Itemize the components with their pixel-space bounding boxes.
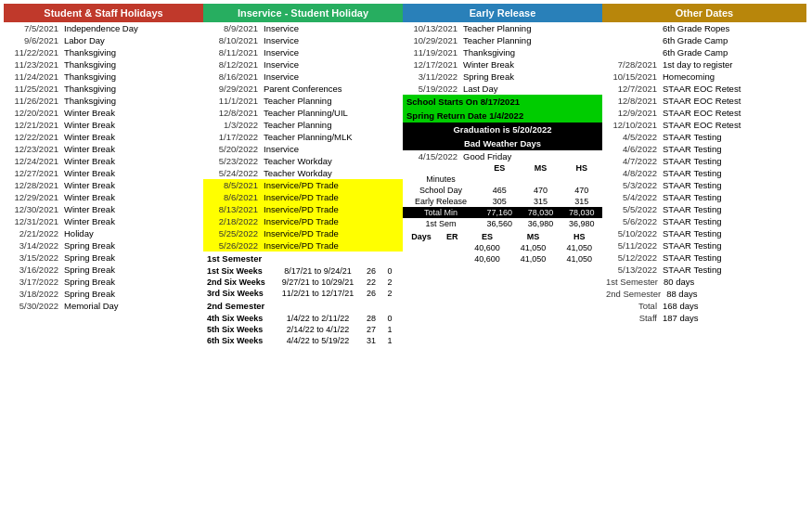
date-cell: 11/19/2021	[406, 47, 458, 58]
date-cell: 5/10/2022	[606, 228, 657, 239]
label-cell: 6th Grade Camp	[663, 35, 803, 45]
label-cell: Winter Break	[64, 192, 200, 202]
summary-label: 2nd Semester	[606, 289, 661, 299]
sw-dates: 11/2/21 to 12/17/21	[274, 289, 362, 298]
label-cell: STAAR Testing	[663, 192, 803, 202]
label-cell: Teacher Planning	[463, 23, 599, 33]
sw-dates: 1/4/22 to 2/11/22	[274, 314, 362, 323]
date-cell: 5/19/2022	[406, 84, 458, 94]
date-cell: 5/25/2022	[207, 228, 258, 239]
sw-dates: 4/4/22 to 5/19/22	[274, 336, 362, 345]
date-cell: 5/24/2022	[207, 168, 258, 178]
date-cell: 12/21/2021	[7, 120, 58, 130]
list-item: 5/30/2022Memorial Day	[4, 300, 203, 312]
table-cell	[520, 174, 561, 185]
minutes-table: ESMSHSMinutesSchool Day465470470Early Re…	[403, 162, 602, 229]
list-item: 12/8/2021STAAR EOC Retest	[602, 95, 806, 107]
label-cell: STAAR Testing	[663, 168, 803, 178]
label-cell: Spring Break	[64, 240, 200, 251]
list-item: 5/26/2022Inservice/PD Trade	[203, 239, 403, 252]
summary-row: 1st Semester80 days	[602, 276, 806, 288]
col1-header: Student & Staff Holidays	[4, 4, 203, 22]
list-item: 12/20/2021Winter Break	[4, 107, 203, 119]
col4-header: Other Dates	[602, 4, 806, 22]
sw-days: 26	[362, 289, 380, 298]
list-item: 11/25/2021Thanksgiving	[4, 83, 203, 95]
summary-value: 187 days	[663, 313, 803, 323]
label-cell: Inservice	[264, 59, 399, 70]
table-header-cell: MS	[520, 162, 561, 174]
label-cell: Teacher Planning/MLK	[264, 132, 399, 142]
label-cell: Inservice/PD Trade	[264, 228, 399, 239]
table-header-row: ESMSHS	[403, 162, 602, 174]
date-cell: 5/11/2022	[606, 240, 657, 251]
list-item: 4/7/2022STAAR Testing	[602, 155, 806, 167]
sem1-cell: 36,980	[561, 218, 602, 229]
sem-header-cell: MS	[510, 231, 557, 242]
table-cell: School Day	[403, 185, 479, 196]
six-weeks-item: 5th Six Weeks2/14/22 to 4/1/22271	[203, 324, 403, 335]
table-cell	[440, 242, 464, 253]
table-cell: 470	[561, 185, 602, 196]
school-starts-info: School Starts On 8/17/2021	[403, 95, 602, 109]
summary-value: 88 days	[666, 289, 803, 299]
list-item: 12/8/2021Teacher Planning/UIL	[203, 107, 403, 119]
list-item: 4/5/2022STAAR Testing	[602, 131, 806, 143]
main-container: Student & Staff Holidays 7/5/2021Indepen…	[0, 0, 812, 350]
list-item: 3/17/2022Spring Break	[4, 276, 203, 288]
label-cell: Winter Break	[64, 108, 200, 118]
sw-label: 5th Six Weeks	[207, 325, 274, 334]
date-cell	[606, 23, 657, 33]
date-cell: 4/5/2022	[606, 132, 657, 142]
bad-weather-row: 4/15/2022Good Friday	[403, 150, 602, 162]
list-item: 8/16/2021Inservice	[203, 71, 403, 83]
list-item: 2/21/2022Holiday	[4, 227, 203, 239]
date-cell: 4/15/2022	[406, 151, 458, 161]
date-cell: 12/20/2021	[7, 108, 58, 118]
label-cell: Winter Break	[64, 168, 200, 178]
table-cell	[403, 242, 440, 253]
label-cell: Independence Day	[64, 23, 200, 33]
label-cell: Winter Break	[64, 216, 200, 226]
table-cell: 40,600	[464, 253, 510, 264]
label-cell: Thanksgiving	[64, 71, 200, 82]
list-item: 12/29/2021Winter Break	[4, 191, 203, 203]
table-cell: Early Release	[403, 196, 479, 207]
table-cell: 40,600	[464, 242, 510, 253]
label-cell: STAAR EOC Retest	[663, 96, 803, 106]
date-cell: 4/8/2022	[606, 168, 657, 178]
date-cell: 1/17/2022	[207, 132, 258, 142]
table-cell: 315	[561, 196, 602, 207]
list-item: 5/25/2022Inservice/PD Trade	[203, 227, 403, 239]
list-item: 3/16/2022Spring Break	[4, 264, 203, 276]
sw-days: 26	[362, 266, 380, 276]
sem-header-cell: HS	[556, 231, 602, 242]
sw-label: 6th Six Weeks	[207, 336, 274, 345]
label-cell: Last Day	[463, 84, 599, 94]
table-cell: 315	[520, 196, 561, 207]
col2-inservice: Inservice - Student Holiday 8/9/2021Inse…	[203, 4, 403, 346]
list-item: 3/14/2022Spring Break	[4, 239, 203, 252]
table-row: 40,60041,05041,050	[403, 242, 602, 253]
date-cell: 12/8/2021	[606, 96, 657, 106]
date-cell: 11/26/2021	[7, 96, 58, 106]
date-cell: 3/18/2022	[7, 289, 58, 299]
table-row: Minutes	[403, 174, 602, 185]
label-cell: Inservice/PD Trade	[264, 240, 399, 251]
summary-value: 168 days	[663, 301, 803, 311]
table-cell	[561, 174, 602, 185]
list-item: 5/4/2022STAAR Testing	[602, 191, 806, 203]
table-header-cell: HS	[561, 162, 602, 174]
col2-rows: 8/9/2021Inservice8/10/2021Inservice8/11/…	[203, 22, 403, 252]
label-cell: Inservice	[264, 144, 399, 154]
date-cell: 8/13/2021	[207, 204, 258, 214]
sem2-header: 2nd Semester	[203, 299, 403, 313]
list-item: 5/6/2022STAAR Testing	[602, 215, 806, 227]
sw-label: 1st Six Weeks	[207, 266, 274, 276]
label-cell: STAAR Testing	[663, 252, 803, 263]
date-cell: 5/4/2022	[606, 192, 657, 202]
label-cell: Homecoming	[663, 71, 803, 82]
date-cell: 12/23/2021	[7, 144, 58, 154]
list-item: 5/5/2022STAAR Testing	[602, 203, 806, 215]
table-row: Early Release305315315	[403, 196, 602, 207]
